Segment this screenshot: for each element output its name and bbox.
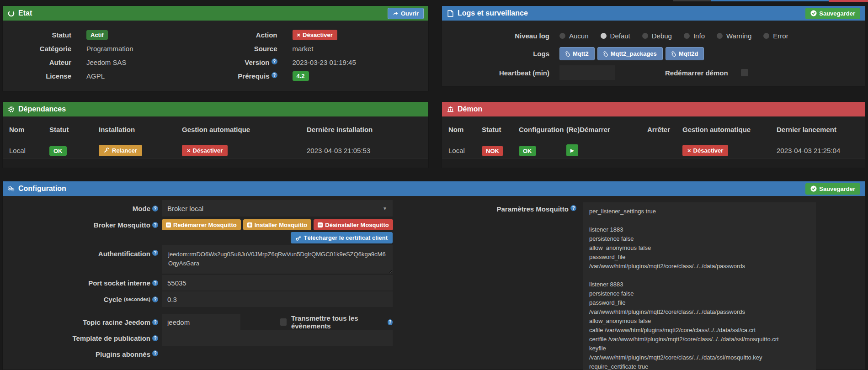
disable-auto-install-button[interactable]: ×Désactiver bbox=[182, 145, 228, 156]
help-icon[interactable]: ? bbox=[272, 72, 277, 78]
help-icon[interactable]: ? bbox=[152, 250, 158, 256]
port-socket-input[interactable] bbox=[162, 275, 393, 291]
radio-dot[interactable] bbox=[642, 33, 648, 39]
template-publication-label: Template de publication? bbox=[3, 330, 158, 346]
version-label: Version? bbox=[216, 58, 277, 66]
license-value: AGPL bbox=[86, 72, 105, 80]
topic-racine-input[interactable] bbox=[162, 314, 240, 330]
download-client-certificate-button[interactable]: Télécharger le certificat client bbox=[291, 232, 393, 243]
bank-icon bbox=[447, 106, 454, 113]
radio-aucun[interactable]: Aucun bbox=[559, 32, 589, 40]
panel-logs-title: Logs et surveillance bbox=[458, 9, 528, 17]
panel-dependances-title: Dépendances bbox=[18, 105, 66, 113]
heartbeat-input[interactable] bbox=[559, 65, 615, 80]
relaunch-dependencies-button[interactable]: Relancer bbox=[99, 145, 142, 156]
status-badge: Actif bbox=[86, 30, 108, 40]
heartbeat-label: Heartbeat (min) bbox=[442, 69, 549, 77]
gears-icon bbox=[7, 185, 15, 192]
radio-warning[interactable]: Warning bbox=[717, 32, 751, 40]
log-file-mqtt2[interactable]: Mqtt2 bbox=[559, 47, 595, 60]
log-level-radiogroup: Aucun Defaut Debug Info Warning Error bbox=[559, 32, 800, 40]
close-icon: × bbox=[297, 32, 301, 38]
authentification-label: Authentification? bbox=[3, 245, 158, 274]
plugins-abonnes-label: Plugins abonnés? bbox=[3, 350, 158, 358]
action-label: Action bbox=[216, 31, 277, 39]
cycle-input[interactable] bbox=[162, 291, 393, 307]
mode-select[interactable]: Broker local ▼ bbox=[162, 200, 393, 217]
help-icon[interactable]: ? bbox=[152, 296, 158, 302]
panel-configuration: Configuration Sauvegarder Mode? Broker l… bbox=[2, 181, 865, 370]
disable-daemon-auto-button[interactable]: ×Désactiver bbox=[682, 145, 728, 156]
start-daemon-button[interactable]: ▶ bbox=[566, 144, 578, 156]
license-label: License bbox=[3, 72, 71, 80]
install-mosquitto-button[interactable]: Installer Mosquitto bbox=[243, 219, 312, 230]
help-icon[interactable]: ? bbox=[152, 206, 158, 211]
check-circle-icon bbox=[810, 10, 817, 16]
restart-daemon-label: Redémarrer démon bbox=[665, 69, 728, 77]
daemon-config-badge: OK bbox=[519, 146, 536, 156]
prerequis-label: Prérequis? bbox=[216, 72, 277, 80]
authentification-textarea[interactable]: jeedom:rmDO6Ws2ug0Su8JuV0JMrpZ6qRwVun5Dg… bbox=[162, 245, 393, 274]
help-icon[interactable]: ? bbox=[152, 222, 158, 228]
dependances-table: Nom Statut Installation Gestion automati… bbox=[3, 116, 428, 162]
help-icon[interactable]: ? bbox=[152, 350, 158, 356]
help-icon[interactable]: ? bbox=[152, 280, 158, 286]
help-icon[interactable]: ? bbox=[388, 319, 393, 325]
save-logs-button[interactable]: Sauvegarder bbox=[805, 8, 860, 19]
paperclip-icon bbox=[671, 51, 676, 57]
statut-label: Statut bbox=[3, 31, 71, 39]
play-icon: ▶ bbox=[570, 148, 574, 153]
close-icon: × bbox=[687, 148, 691, 153]
plus-square-icon bbox=[247, 222, 252, 227]
radio-error[interactable]: Error bbox=[763, 32, 788, 40]
uninstall-mosquitto-button[interactable]: Désinstaller Mosquitto bbox=[314, 219, 393, 230]
source-value: market bbox=[293, 45, 314, 53]
disable-plugin-button[interactable]: ×Désactiver bbox=[293, 30, 337, 40]
radio-debug[interactable]: Debug bbox=[642, 32, 672, 40]
panel-logs: Logs et surveillance Sauvegarder Niveau … bbox=[442, 5, 865, 87]
transmit-all-events-checkbox[interactable] bbox=[280, 318, 287, 326]
log-file-mqtt2d[interactable]: Mqtt2d bbox=[666, 47, 704, 60]
restart-daemon-checkbox[interactable] bbox=[741, 69, 748, 76]
minus-square-icon bbox=[166, 222, 171, 227]
save-configuration-button[interactable]: Sauvegarder bbox=[805, 183, 860, 195]
panel-dependances-header: Dépendances bbox=[3, 102, 428, 116]
top-strip-gray bbox=[673, 0, 711, 1]
cycle-label: Cycle (secondes)? bbox=[3, 291, 158, 307]
help-icon[interactable]: ? bbox=[570, 205, 576, 211]
radio-dot[interactable] bbox=[717, 33, 723, 39]
radio-dot[interactable] bbox=[684, 33, 690, 39]
paperclip-icon bbox=[565, 51, 570, 57]
panel-etat-title: Etat bbox=[18, 9, 32, 17]
version-value: 2023-03-23 01:19:45 bbox=[293, 58, 356, 66]
mode-label: Mode? bbox=[3, 200, 158, 217]
template-publication-input[interactable] bbox=[162, 330, 393, 346]
help-icon[interactable]: ? bbox=[152, 335, 158, 341]
panel-configuration-title: Configuration bbox=[18, 185, 66, 193]
dep-status-badge: OK bbox=[49, 146, 67, 156]
restart-mosquitto-button[interactable]: Redémarrer Mosquitto bbox=[162, 219, 241, 230]
panel-configuration-header: Configuration Sauvegarder bbox=[3, 181, 865, 196]
broker-mosquitto-label: Broker Mosquitto? bbox=[3, 219, 158, 230]
panel-demon-title: Démon bbox=[458, 105, 482, 113]
help-icon[interactable]: ? bbox=[272, 58, 277, 64]
radio-defaut[interactable]: Defaut bbox=[601, 32, 630, 40]
daemon-status-badge: NOK bbox=[482, 146, 503, 156]
radio-dot[interactable] bbox=[559, 33, 565, 39]
log-file-mqtt2-packages[interactable]: Mqtt2_packages bbox=[597, 47, 663, 60]
radio-info[interactable]: Info bbox=[684, 32, 705, 40]
demon-table-header: Nom Statut Configuration (Re)Démarrer Ar… bbox=[448, 120, 858, 138]
dep-last-install: 2023-04-03 21:05:53 bbox=[307, 147, 422, 154]
radio-dot[interactable] bbox=[763, 33, 769, 39]
logs-body: Niveau log Aucun Defaut Debug Info Warni… bbox=[442, 21, 865, 80]
parametres-mosquitto-textarea[interactable]: per_listener_settings true listener 1883… bbox=[583, 202, 816, 370]
radio-dot-selected[interactable] bbox=[601, 33, 607, 39]
gear-icon bbox=[7, 106, 15, 113]
help-icon[interactable]: ? bbox=[152, 319, 158, 325]
close-icon: × bbox=[187, 148, 191, 153]
panel-demon: Démon Nom Statut Configuration (Re)Démar… bbox=[442, 101, 865, 168]
open-button[interactable]: Ouvrir bbox=[388, 8, 424, 19]
top-strip-red bbox=[829, 0, 868, 2]
source-label: Source bbox=[216, 45, 277, 53]
niveau-log-label: Niveau log bbox=[442, 32, 549, 40]
